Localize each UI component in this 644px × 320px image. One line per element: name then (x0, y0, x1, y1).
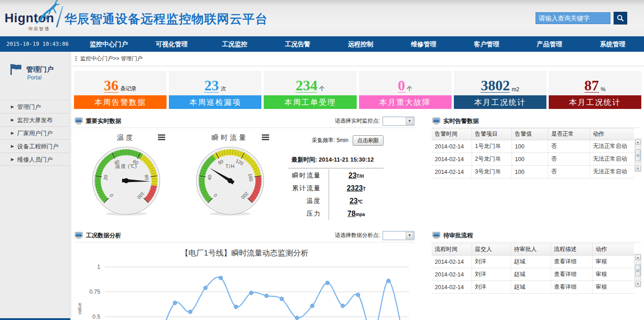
flow-line-chart: 10.750.5value (74, 258, 412, 320)
table-cell: 刘洋 (472, 256, 511, 268)
stat-value-link[interactable]: 36 (104, 79, 118, 93)
reading-label: 温度 (282, 195, 329, 207)
reading-label: 压力 (282, 207, 329, 220)
chart-menu-icon[interactable] (262, 134, 269, 141)
footer-strip (0, 318, 70, 320)
nav-menu: 监控中心门户可视化管理工况监控工况告警远程控制维修管理客户管理产品管理系统管理 (77, 36, 644, 52)
header: Hignton 华辰智通 华辰智通设备远程监控物联网云平台 (0, 0, 644, 36)
table-cell[interactable]: 查看详细 (551, 256, 592, 268)
nav-item-1[interactable]: 监控中心门户 (77, 36, 140, 52)
stat-label: 本月重大故障 (359, 95, 452, 109)
search-button[interactable] (614, 12, 627, 25)
nav-item-7[interactable]: 客户管理 (455, 36, 518, 52)
stat-card-3: 234个本周工单受理 (264, 71, 356, 109)
sidebar-item-1[interactable]: ▶管理门户 (0, 100, 70, 113)
chart-menu-icon[interactable] (158, 134, 165, 141)
sidebar-item-5[interactable]: ▶维修人员门户 (0, 153, 70, 166)
nav-item-5[interactable]: 远程控制 (329, 36, 392, 52)
reading-value-cell: 23T/H (329, 169, 383, 182)
nav-timestamp: 2015-10-19 10:43:06 (6, 36, 69, 52)
site-title: 华辰智通设备远程监控物联网云平台 (64, 11, 268, 27)
stat-value-link[interactable]: 23 (204, 79, 219, 93)
analysis-point-select[interactable]: ▼ (383, 231, 414, 240)
table-cell: 100 (511, 166, 548, 178)
table-cell: 赵城 (511, 268, 551, 281)
stat-value-link[interactable]: 3802 (481, 79, 510, 93)
svg-text:1: 1 (97, 264, 100, 270)
table-row: 2014-02-143号龙门吊100否无法正常启动 (432, 166, 634, 178)
chart-title: 【电厂1号线】瞬时流量动态监测分析 (74, 248, 415, 258)
reading-unit: T/H (357, 174, 364, 179)
nav-item-9[interactable]: 系统管理 (581, 36, 644, 52)
temperature-gauge: 020406080100温度 (℃) (91, 145, 162, 216)
realtime-body: 温度 020406080100温度 (℃) 瞬时流量 0408012016020… (74, 128, 415, 230)
analysis-select-label: 请选择数据分析点: (335, 231, 380, 239)
sidebar: 管理门户 Portal ▶管理门户▶监控大屏发布▶厂家用户门户▶设备工程师门户▶… (0, 52, 70, 320)
stat-value-link[interactable]: 87 (585, 79, 599, 93)
table-cell[interactable]: 审核 (592, 268, 634, 281)
column-header: 流程时间 (432, 244, 472, 256)
sidebar-menu: ▶管理门户▶监控大屏发布▶厂家用户门户▶设备工程师门户▶维修人员门户 (0, 100, 70, 166)
table-cell[interactable]: 审核 (592, 256, 634, 268)
table-cell: 赵城 (511, 281, 551, 294)
arrow-right-icon: ▶ (11, 127, 14, 140)
scrollbar[interactable]: ▲ ▼ (634, 138, 641, 172)
stat-value-area: 23次 (169, 71, 261, 95)
scroll-thumb[interactable] (635, 149, 641, 161)
stat-card-6: 87%本月工况统计 (549, 71, 641, 109)
reading-row: 瞬时流量23T/H (282, 169, 383, 182)
scroll-down-icon[interactable]: ▼ (635, 281, 641, 286)
column-header: 告警项目 (472, 128, 511, 140)
scroll-down-icon[interactable]: ▼ (635, 166, 641, 171)
sidebar-item-3[interactable]: ▶厂家用户门户 (0, 126, 70, 139)
column-header: 告警时间 (432, 128, 472, 140)
portal-subtitle: Portal (27, 74, 41, 81)
monitor-point-select[interactable]: ▼ (383, 117, 414, 126)
chevron-down-icon[interactable]: ▼ (406, 232, 413, 239)
column-header: 待审批人 (511, 244, 551, 256)
scroll-up-icon[interactable]: ▲ (635, 139, 641, 145)
reading-row: 温度23℃ (282, 195, 383, 207)
table-cell[interactable]: 查看详细 (551, 281, 592, 294)
sidebar-item-2[interactable]: ▶监控大屏发布 (0, 113, 70, 126)
stat-unit: m2 (511, 86, 519, 93)
realtime-readings: 采集频率: 5min 点击刷新 最新时间: 2014-11-21 15:30:1… (282, 128, 415, 230)
alarms-section-header: 实时告警数据 (432, 115, 641, 128)
breadcrumb-grip-icon (75, 56, 77, 62)
realtime-panel: 重要实时数据 请选择实时监控点: ▼ 温度 020406080100温度 (℃) (74, 115, 415, 320)
stat-label: 本周告警数据 (74, 95, 167, 109)
portal-header: 管理门户 Portal (0, 52, 70, 94)
svg-text:0.75: 0.75 (89, 289, 100, 295)
stat-value-link[interactable]: 234 (295, 79, 317, 93)
breadcrumb[interactable]: 监控中心门户>> 管理门户 (80, 55, 143, 63)
stat-label: 本月工况统计 (454, 95, 546, 109)
stat-value-link[interactable]: 0 (398, 79, 405, 93)
reading-label: 累计流量 (282, 182, 329, 195)
chevron-down-icon[interactable]: ▼ (406, 118, 413, 125)
sidebar-item-label: 管理门户 (17, 103, 41, 110)
scrollbar[interactable]: ▲ ▼ (634, 254, 641, 287)
stat-card-2: 23次本周巡检漏项 (169, 71, 261, 109)
table-cell: 无法正常启动 (590, 153, 634, 166)
table-cell: 2014-02-14 (432, 153, 472, 166)
refresh-button[interactable]: 点击刷新 (353, 135, 383, 146)
scroll-up-icon[interactable]: ▲ (635, 255, 641, 260)
table-cell[interactable]: 审核 (592, 281, 634, 294)
nav-item-4[interactable]: 工况告警 (266, 36, 329, 52)
nav-item-8[interactable]: 产品管理 (518, 36, 581, 52)
scroll-thumb[interactable] (635, 265, 641, 276)
readings-table: 瞬时流量23T/H累计流量2323T温度23℃压力78mpa (282, 169, 383, 220)
nav-item-2[interactable]: 可视化管理 (140, 36, 203, 52)
flag-icon (10, 64, 22, 75)
nav-item-3[interactable]: 工况监控 (203, 36, 266, 52)
table-cell[interactable]: 查看详细 (551, 268, 592, 281)
realtime-section-header: 重要实时数据 请选择实时监控点: ▼ (74, 115, 415, 128)
arrow-right-icon: ▶ (11, 153, 14, 166)
column-header: 流程描述 (551, 244, 592, 256)
nav-item-6[interactable]: 维修管理 (392, 36, 455, 52)
search-input[interactable] (536, 12, 610, 24)
approvals-table-wrap: 流程时间提交人待审批人流程描述动作2014-02-14刘洋赵城查看详细审核201… (432, 243, 641, 294)
temperature-gauge-box: 温度 020406080100温度 (℃) (74, 128, 178, 230)
portal-title: 管理门户 (26, 65, 54, 74)
sidebar-item-4[interactable]: ▶设备工程师门户 (0, 139, 70, 153)
